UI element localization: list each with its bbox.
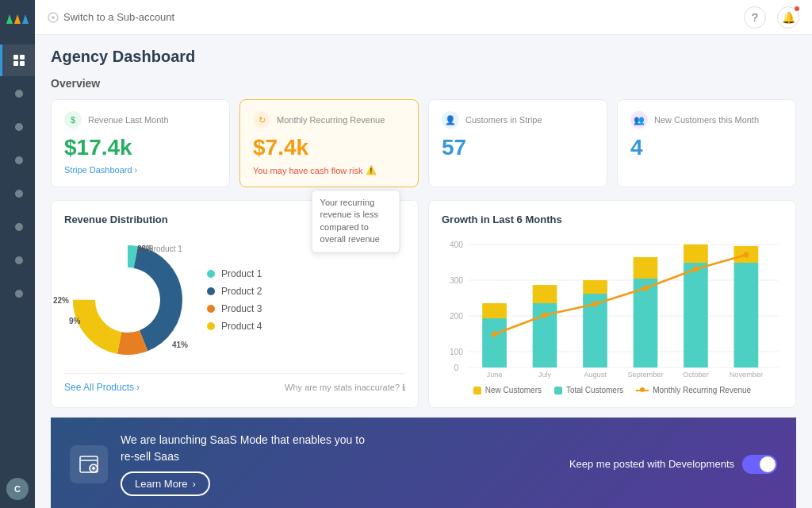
- svg-rect-0: [13, 55, 18, 60]
- pct-label-22: 22%: [53, 296, 69, 305]
- bar-chart-svg: 400 300 200 100 0: [442, 237, 783, 379]
- learn-more-button[interactable]: Learn More ›: [121, 471, 210, 496]
- svg-text:July: July: [538, 371, 552, 379]
- growth-chart-panel: Growth in Last 6 Months 400 300 200 100 …: [428, 200, 796, 408]
- bar-chart-area: 400 300 200 100 0: [442, 237, 783, 379]
- svg-text:November: November: [730, 371, 763, 379]
- sidebar-item-5[interactable]: [0, 211, 35, 243]
- help-button[interactable]: ?: [744, 6, 766, 29]
- svg-rect-2: [13, 61, 18, 66]
- arrow-icon: ›: [192, 478, 195, 490]
- card-header-3: 👤 Customers in Stripe: [442, 111, 594, 129]
- overview-section-title: Overview: [51, 77, 796, 90]
- legend-product1: Product 1: [207, 268, 262, 279]
- bar-sep-total: [634, 279, 658, 368]
- svg-text:August: August: [584, 371, 607, 379]
- logo-arrow-yellow: [14, 11, 21, 24]
- sidebar-item-dashboard[interactable]: [0, 44, 35, 76]
- bar-sep-new: [634, 257, 658, 279]
- donut-chart: 28% Product 1 41% 9% 22%: [64, 237, 191, 364]
- svg-rect-3: [20, 61, 25, 66]
- card-icon-2: ↻: [253, 111, 270, 129]
- main-content: Switch to a Sub-account ? 🔔 Agency Dashb…: [35, 0, 812, 508]
- mrr-dot-oct: [693, 267, 699, 272]
- sidebar-logo: [0, 0, 35, 35]
- mrr-dot-june: [492, 332, 497, 337]
- sidebar-item-1[interactable]: [0, 78, 35, 110]
- stats-inaccurate-link[interactable]: Why are my stats inaccurate? ℹ: [285, 383, 405, 393]
- legend-new-customers: New Customers: [473, 386, 542, 394]
- help-icon: ?: [752, 11, 758, 24]
- bar-nov-total: [734, 263, 759, 368]
- legend-product3: Product 3: [207, 303, 262, 314]
- promo-icon: [70, 445, 108, 483]
- bar-july-new: [533, 285, 557, 303]
- switch-label: Switch to a Sub-account: [63, 11, 174, 23]
- legend-label-2: Product 2: [221, 286, 262, 297]
- svg-text:October: October: [683, 371, 709, 379]
- mrr-dot-july: [542, 313, 547, 318]
- legend-label-3: Product 3: [221, 303, 262, 314]
- donut-container: 28% Product 1 41% 9% 22% Product 1: [64, 237, 405, 364]
- bar-oct-total: [684, 263, 708, 368]
- sidebar-item-7[interactable]: [0, 278, 35, 310]
- legend-total-customers: Total Customers: [554, 386, 623, 394]
- donut-legend: Product 1 Product 2 Product 3 Produ: [207, 268, 262, 332]
- legend-sq-total: [554, 387, 562, 394]
- pct-label-9: 9%: [69, 317, 80, 325]
- sidebar-nav: [0, 38, 35, 478]
- revenue-dist-footer: See All Products › Why are my stats inac…: [64, 373, 405, 393]
- card-icon-1: $: [64, 111, 82, 129]
- svg-text:0: 0: [454, 364, 459, 372]
- card-value-3: 57: [442, 135, 594, 160]
- legend-dot-1: [207, 270, 215, 278]
- card-mrr: ↻ Monthly Recurring Revenue $7.4k You ma…: [239, 99, 419, 187]
- bar-june-new: [482, 303, 507, 318]
- promo-text: We are launching SaaS Mode that enables …: [121, 432, 374, 465]
- sidebar-avatar[interactable]: C: [6, 478, 29, 500]
- notifications-button[interactable]: 🔔: [777, 6, 799, 29]
- overview-cards: $ Revenue Last Month $17.4k Stripe Dashb…: [51, 99, 796, 187]
- switch-account-btn[interactable]: Switch to a Sub-account: [48, 11, 174, 23]
- legend-label-4: Product 4: [221, 321, 262, 332]
- sidebar-item-2[interactable]: [0, 111, 35, 143]
- svg-text:400: 400: [450, 241, 463, 249]
- growth-chart-title: Growth in Last 6 Months: [442, 214, 783, 225]
- page-title: Agency Dashboard: [51, 48, 796, 66]
- legend-line-mrr: [636, 390, 649, 391]
- bar-aug-new: [583, 280, 607, 294]
- bottom-panels: Revenue Distribution: [51, 200, 796, 408]
- sidebar-item-4[interactable]: [0, 178, 35, 210]
- warning-icon: ⚠️: [366, 165, 377, 175]
- card-header-2: ↻ Monthly Recurring Revenue: [253, 111, 405, 129]
- switch-icon: [48, 12, 59, 23]
- card-value-2: $7.4k: [253, 135, 405, 160]
- legend-product2: Product 2: [207, 286, 262, 297]
- see-all-products-link[interactable]: See All Products ›: [64, 382, 140, 393]
- bar-oct-new: [684, 244, 708, 263]
- card-value-4: 4: [630, 135, 783, 160]
- svg-text:300: 300: [450, 276, 463, 285]
- promo-banner: We are launching SaaS Mode that enables …: [51, 418, 796, 508]
- toggle-container: Keep me posted with Developments: [569, 455, 777, 474]
- product-label-1: Product 1: [148, 244, 182, 253]
- mrr-dot-aug: [592, 302, 598, 307]
- mrr-dot-sep: [642, 286, 648, 291]
- toggle-label: Keep me posted with Developments: [569, 458, 734, 470]
- logo-arrow-green: [6, 11, 13, 24]
- mrr-dot-nov: [743, 252, 749, 258]
- svg-text:100: 100: [450, 348, 463, 356]
- sidebar-item-3[interactable]: [0, 144, 35, 176]
- page-content: Agency Dashboard Overview $ Revenue Last…: [35, 35, 812, 508]
- legend-sq-new: [473, 387, 481, 394]
- topbar-right: ? 🔔: [744, 6, 799, 29]
- keep-posted-toggle[interactable]: [742, 455, 777, 474]
- cash-flow-warning: You may have cash flow risk ⚠️: [253, 165, 405, 175]
- stripe-dashboard-link[interactable]: Stripe Dashboard ›: [64, 165, 216, 175]
- card-revenue-last-month: $ Revenue Last Month $17.4k Stripe Dashb…: [51, 99, 230, 187]
- svg-text:September: September: [627, 371, 663, 379]
- card-label-1: Revenue Last Month: [88, 115, 169, 125]
- sidebar-item-6[interactable]: [0, 244, 35, 276]
- topbar: Switch to a Sub-account ? 🔔: [35, 0, 812, 35]
- card-header-1: $ Revenue Last Month: [64, 111, 216, 129]
